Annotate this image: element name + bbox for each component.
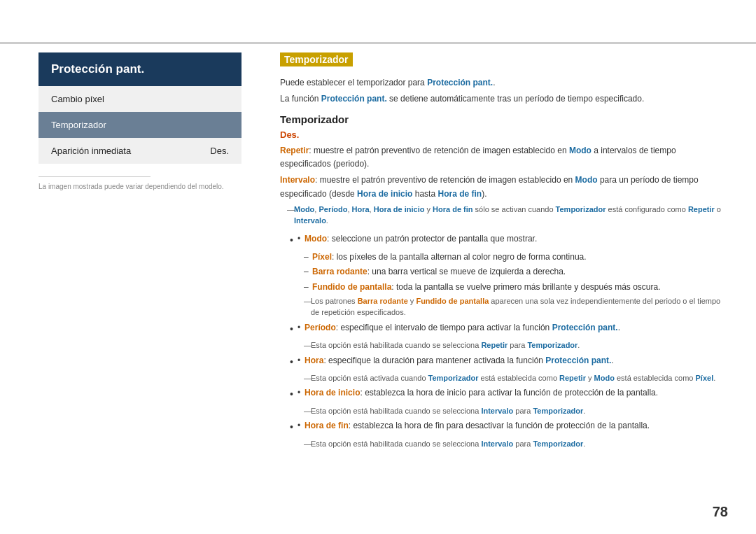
top-border [0, 42, 756, 44]
note-hora-fin: Esta opción está habilitada cuando se se… [304, 438, 728, 450]
para-repetir: Repetir: muestre el patrón preventivo de… [280, 144, 728, 171]
intro-line-2: La función Protección pant. se detiene a… [280, 92, 728, 105]
section-title-highlight: Temporizador [280, 52, 353, 66]
sidebar-item-aparicion-inmediata[interactable]: Aparición inmediata Des. [38, 138, 241, 164]
sub-bullet-barra: Barra rodante: una barra vertical se mue… [304, 265, 728, 279]
bullet-hora-inicio: • Hora de inicio: establezca la hora de … [290, 386, 728, 402]
note-hora: Esta opción está activada cuando Tempori… [304, 372, 728, 384]
sidebar-item-aparicion-label: Aparición inmediata [51, 146, 131, 156]
sidebar-title: Protección pant. [38, 52, 241, 86]
main-content: Temporizador Puede establecer el tempori… [280, 52, 728, 506]
bullet-hora: • Hora: especifique la duración para man… [290, 354, 728, 370]
para-intervalo: Intervalo: muestre el patrón preventivo … [280, 174, 728, 200]
status-label: Des. [280, 129, 728, 140]
sidebar-footnote: La imagen mostrada puede variar dependie… [38, 183, 241, 190]
sidebar-item-temporizador[interactable]: Temporizador [38, 112, 241, 138]
section-heading: Temporizador [280, 113, 728, 125]
note-periodo: Esta opción está habilitada cuando se se… [304, 339, 728, 351]
sidebar-item-cambio-pixel[interactable]: Cambio píxel [38, 86, 241, 112]
sub-bullet-pixel: Píxel: los píxeles de la pantalla altern… [304, 251, 728, 264]
page-number: 78 [713, 504, 728, 520]
bullet-modo: • Modo: seleccione un patrón protector d… [290, 232, 728, 248]
note-main: Modo, Período, Hora, Hora de inicio y Ho… [287, 204, 728, 227]
note-barra-fundido: Los patrones Barra rodante y Fundido de … [304, 295, 728, 318]
sidebar-divider [38, 176, 150, 177]
bullet-hora-fin: • Hora de fin: establezca la hora de fin… [290, 419, 728, 435]
sub-bullet-fundido: Fundido de pantalla: toda la pantalla se… [304, 281, 728, 294]
sidebar-item-aparicion-value: Des. [210, 146, 229, 156]
sidebar: Protección pant. Cambio píxel Temporizad… [38, 52, 241, 190]
bullet-periodo: • Período: especifique el intervalo de t… [290, 321, 728, 337]
bullet-section: • Modo: seleccione un patrón protector d… [290, 232, 728, 450]
intro-line-1: Puede establecer el temporizador para Pr… [280, 76, 728, 89]
note-hora-inicio: Esta opción está habilitada cuando se se… [304, 405, 728, 417]
